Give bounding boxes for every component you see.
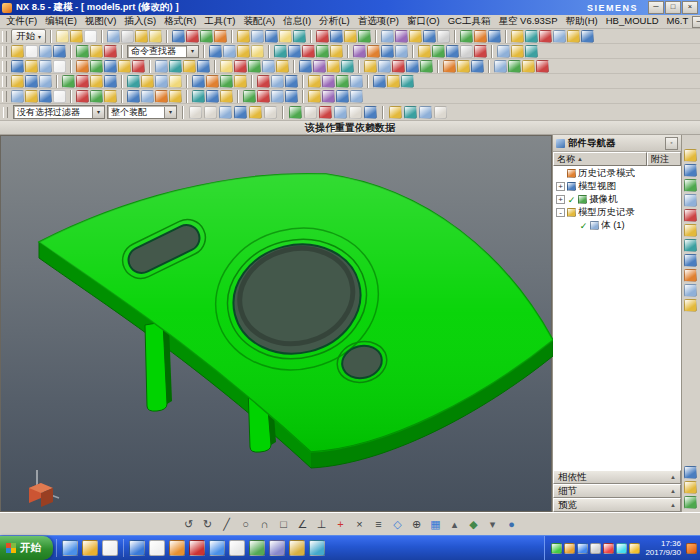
tool-icon[interactable] [70, 30, 83, 43]
tool-icon[interactable] [392, 60, 405, 73]
tool-icon[interactable] [39, 45, 52, 58]
tool-icon[interactable] [132, 60, 145, 73]
taskbar-app-icon[interactable] [269, 540, 285, 556]
tool-icon[interactable] [25, 75, 38, 88]
column-name[interactable]: 名称 ▲ [553, 152, 647, 166]
section-细节[interactable]: 细节▲ [553, 484, 681, 498]
tool-icon[interactable] [251, 45, 264, 58]
model-leg[interactable] [145, 322, 172, 411]
tool-icon[interactable] [488, 30, 501, 43]
tool-icon[interactable] [389, 106, 402, 119]
resource-tab-icon[interactable] [684, 254, 697, 267]
menu-item-6[interactable]: 装配(A) [240, 15, 280, 28]
tool-icon[interactable] [220, 90, 233, 103]
taskbar-app-icon[interactable] [189, 540, 205, 556]
tree-item[interactable]: -模型历史记录 [553, 206, 681, 219]
tool-icon[interactable] [279, 30, 292, 43]
tool-icon[interactable] [206, 90, 219, 103]
resource-tab-icon[interactable] [684, 299, 697, 312]
tool-icon[interactable] [336, 75, 349, 88]
tool-icon[interactable] [330, 30, 343, 43]
tool-icon[interactable] [56, 30, 69, 43]
tool-icon[interactable] [251, 30, 264, 43]
tool-icon[interactable] [322, 90, 335, 103]
tool-icon[interactable] [525, 30, 538, 43]
taskbar-app-icon[interactable] [309, 540, 325, 556]
tool-icon[interactable] [135, 30, 148, 43]
close-button[interactable]: × [682, 1, 698, 14]
resource-tab-icon[interactable] [684, 496, 697, 509]
tool-icon[interactable] [118, 60, 131, 73]
tool-icon[interactable] [437, 30, 450, 43]
tool-icon[interactable] [313, 60, 326, 73]
tool-icon[interactable] [104, 45, 117, 58]
tool-icon[interactable] [90, 60, 103, 73]
tray-icon[interactable] [564, 543, 575, 554]
tool-icon[interactable] [183, 60, 196, 73]
tool-icon[interactable] [271, 75, 284, 88]
tool-icon[interactable] [220, 75, 233, 88]
tree-item[interactable]: +模型视图 [553, 180, 681, 193]
tool-icon[interactable] [11, 60, 24, 73]
tool-icon[interactable] [334, 106, 347, 119]
menu-item-13[interactable]: 帮助(H) [562, 15, 602, 28]
tool-icon[interactable] [186, 30, 199, 43]
tool-icon[interactable] [169, 60, 182, 73]
tool-icon[interactable] [474, 45, 487, 58]
menu-item-12[interactable]: 星空 V6.93SP [494, 15, 561, 28]
resource-tab-icon[interactable] [684, 481, 697, 494]
tool-icon[interactable] [104, 90, 117, 103]
tool-icon[interactable] [214, 30, 227, 43]
tool-icon[interactable] [341, 60, 354, 73]
tool-icon[interactable] [460, 45, 473, 58]
resource-tab-icon[interactable] [684, 149, 697, 162]
tool-icon[interactable] [204, 106, 217, 119]
doc-minimize-button[interactable]: ─ [692, 16, 700, 28]
tool-icon[interactable] [172, 30, 185, 43]
tool-icon[interactable] [395, 45, 408, 58]
tool-icon[interactable] [90, 75, 103, 88]
tool-icon[interactable] [39, 90, 52, 103]
tool-icon[interactable] [25, 60, 38, 73]
tool-icon[interactable] [378, 60, 391, 73]
tool-icon[interactable] [206, 75, 219, 88]
tool-icon[interactable] [107, 30, 120, 43]
resource-tab-icon[interactable] [684, 466, 697, 479]
tray-icon[interactable] [616, 543, 627, 554]
menu-item-8[interactable]: 分析(L) [315, 15, 354, 28]
tool-icon[interactable] [141, 90, 154, 103]
tool-icon[interactable] [406, 60, 419, 73]
tool-icon[interactable] [336, 90, 349, 103]
tool-icon[interactable] [404, 106, 417, 119]
tool-icon[interactable] [25, 45, 38, 58]
toolbar-grip[interactable] [2, 46, 7, 57]
taskbar-app-icon[interactable] [209, 540, 225, 556]
tool-icon[interactable] [234, 60, 247, 73]
tree-item[interactable]: ✓体 (1) [553, 219, 681, 232]
tool-icon[interactable] [367, 45, 380, 58]
tool-icon[interactable] [409, 30, 422, 43]
tool-icon[interactable] [209, 45, 222, 58]
menu-item-14[interactable]: HB_MOULD [602, 15, 663, 28]
tool-icon[interactable] [381, 30, 394, 43]
command-finder-box[interactable]: 命令查找器▾ [127, 45, 199, 58]
resource-tab-icon[interactable] [684, 224, 697, 237]
tool-icon[interactable] [327, 60, 340, 73]
tool-icon[interactable] [522, 60, 535, 73]
tool-icon[interactable] [511, 45, 524, 58]
tool-icon[interactable] [76, 75, 89, 88]
pin-icon[interactable]: ◦ [665, 137, 678, 150]
tool-icon[interactable] [539, 30, 552, 43]
viewport-canvas[interactable] [1, 136, 553, 526]
tool-icon[interactable] [293, 30, 306, 43]
tool-icon[interactable] [276, 60, 289, 73]
tool-icon[interactable] [234, 75, 247, 88]
tool-icon[interactable] [319, 106, 332, 119]
tool-icon[interactable] [419, 106, 432, 119]
menu-item-9[interactable]: 首选项(P) [354, 15, 403, 28]
tree-expander-icon[interactable]: + [556, 195, 565, 204]
tool-icon[interactable] [25, 90, 38, 103]
tool-icon[interactable] [53, 45, 66, 58]
tool-icon[interactable] [418, 45, 431, 58]
quick-launch-icon[interactable] [82, 540, 98, 556]
